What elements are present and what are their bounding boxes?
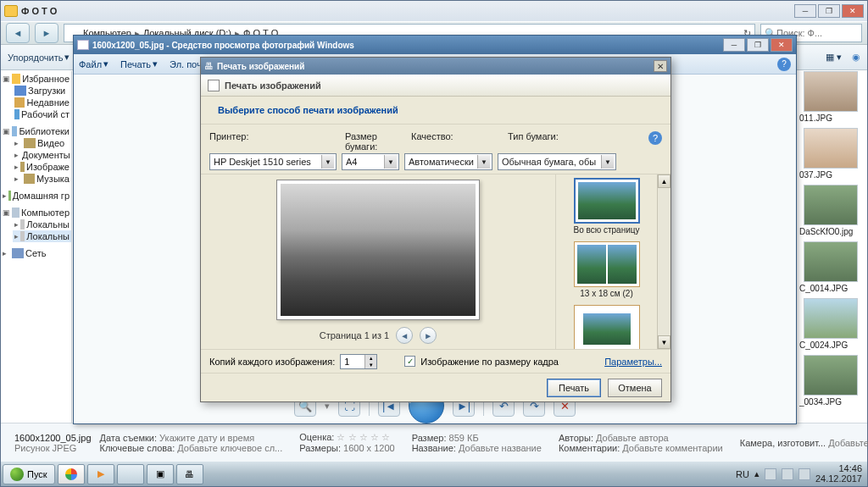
scroll-down-icon[interactable]: ▼ <box>658 335 670 349</box>
tree-item[interactable]: ▸Локальны <box>13 230 71 242</box>
forward-button[interactable]: ► <box>35 23 58 43</box>
start-button[interactable]: Пуск <box>3 464 55 484</box>
thumbnails-column: 011.JPG 037.JPG DaScKfO0.jpg C_0014.JPG … <box>799 71 862 423</box>
maximize-button[interactable]: ❐ <box>818 4 840 18</box>
tree-item[interactable]: Рабочий ст <box>13 108 71 120</box>
tree-computer[interactable]: ▣Компьютер <box>1 207 71 219</box>
tree-item[interactable]: ▸Документы <box>13 149 71 161</box>
fit-label: Изображение по размеру кадра <box>420 357 559 367</box>
tree-item[interactable]: ▸Локальны <box>13 219 71 230</box>
folder-icon <box>125 469 136 479</box>
close-button[interactable]: ✕ <box>654 60 667 72</box>
next-page-button[interactable]: ► <box>420 327 437 344</box>
help-icon[interactable]: ? <box>648 131 662 145</box>
pager: Страница 1 из 1 ◄ ► <box>320 327 437 344</box>
viewer-titlebar[interactable]: 1600x1200_05.jpg - Средство просмотра фо… <box>74 36 796 54</box>
printer-label: Принтер: <box>209 131 337 152</box>
play-icon: ▶ <box>97 468 104 479</box>
window-title: Ф О Т О <box>21 6 791 16</box>
fit-checkbox[interactable]: ✓ <box>404 356 415 367</box>
layout-option[interactable]: 20 x 25 см (1) <box>559 305 654 349</box>
tray-flag-icon[interactable] <box>765 468 776 480</box>
thumb-item[interactable]: C_0014.JPG <box>799 241 862 293</box>
organize-menu[interactable]: Упорядочить ▾ <box>8 52 70 63</box>
thumb-item[interactable]: C_0024.JPG <box>799 298 862 350</box>
thumb-item[interactable]: _0034.JPG <box>799 355 862 407</box>
tree-item[interactable]: ▸Изображе <box>13 161 71 173</box>
task-chrome[interactable] <box>58 464 85 484</box>
thumb-item[interactable]: DaScKfO0.jpg <box>799 185 862 236</box>
task-explorer[interactable] <box>117 464 144 484</box>
params-link[interactable]: Параметры... <box>604 357 662 367</box>
tree-item[interactable]: ▸Видео <box>13 137 71 149</box>
tray-clock[interactable]: 14:4624.12.2017 <box>815 464 862 484</box>
thumb-item[interactable]: 037.JPG <box>799 128 862 180</box>
spin-down-icon[interactable]: ▼ <box>364 362 376 368</box>
details-pane: 1600x1200_05.jpg Рисунок JPEG Дата съемк… <box>1 423 867 462</box>
papertype-label: Тип бумаги: <box>508 131 559 152</box>
back-button[interactable]: ◄ <box>6 23 30 43</box>
tree-homegroup[interactable]: ▸Домашняя гр <box>1 190 71 202</box>
prev-page-button[interactable]: ◄ <box>396 327 413 344</box>
layout-option[interactable]: 13 x 18 см (2) <box>559 241 654 298</box>
tree-item[interactable]: ▸Музыка <box>13 173 71 185</box>
printer-icon <box>208 80 220 91</box>
papersize-select[interactable]: A4▼ <box>342 153 399 170</box>
tree-item[interactable]: Загрузки <box>13 85 71 97</box>
close-button[interactable]: ✕ <box>842 4 864 18</box>
printer-icon: 🖶 <box>204 61 214 71</box>
system-tray: RU ▴ 14:4624.12.2017 <box>736 464 865 484</box>
image-icon <box>77 40 89 50</box>
task-app[interactable]: ▣ <box>147 464 174 484</box>
preview-page <box>276 180 480 320</box>
tray-volume-icon[interactable] <box>798 468 810 480</box>
thumb-item[interactable]: 011.JPG <box>799 71 862 123</box>
task-print[interactable]: 🖶 <box>176 464 203 484</box>
tray-lang[interactable]: RU <box>736 469 749 479</box>
viewer-title: 1600x1200_05.jpg - Средство просмотра фо… <box>92 41 720 50</box>
scroll-up-icon[interactable]: ▲ <box>658 174 670 188</box>
print-footer-options: Копий каждого изображения: 1▲▼ ✓ Изображ… <box>201 349 670 373</box>
help-icon[interactable]: ◉ <box>852 52 860 63</box>
copies-spinner[interactable]: 1▲▼ <box>340 354 377 369</box>
chevron-down-icon: ▼ <box>601 155 614 169</box>
spin-up-icon[interactable]: ▲ <box>364 355 376 362</box>
printer-icon: 🖶 <box>185 469 194 479</box>
print-subtitle: Выберите способ печати изображений <box>201 97 670 125</box>
printer-select[interactable]: HP Deskjet 1510 series▼ <box>209 153 337 170</box>
layout-option[interactable]: Во всю страницу <box>559 178 654 235</box>
tree-item[interactable]: Недавние <box>13 97 71 108</box>
view-button[interactable]: ▦ ▾ <box>826 52 842 63</box>
print-options: Принтер: Размер бумаги: Качество: Тип бу… <box>201 125 670 174</box>
task-mediaplayer[interactable]: ▶ <box>87 464 114 484</box>
pager-label: Страница 1 из 1 <box>320 330 389 340</box>
cancel-button[interactable]: Отмена <box>608 379 662 397</box>
menu-file[interactable]: Файл ▾ <box>79 58 108 69</box>
papersize-label: Размер бумаги: <box>345 131 403 152</box>
papertype-select[interactable]: Обычная бумага, обы▼ <box>498 153 616 170</box>
explorer-titlebar[interactable]: Ф О Т О ─ ❐ ✕ <box>1 1 867 21</box>
tray-expand-icon[interactable]: ▴ <box>754 468 760 479</box>
print-titlebar[interactable]: 🖶 Печать изображений ✕ <box>201 58 670 75</box>
minimize-button[interactable]: ─ <box>723 38 745 52</box>
chevron-down-icon: ▼ <box>477 155 490 169</box>
layout-list: Во всю страницу 13 x 18 см (2) 20 x 25 с… <box>555 174 657 349</box>
tree-network[interactable]: ▸Сеть <box>1 247 71 259</box>
nav-tree: ▣Избранное Загрузки Недавние Рабочий ст … <box>1 71 72 423</box>
maximize-button[interactable]: ❐ <box>747 38 769 52</box>
print-preview: Страница 1 из 1 ◄ ► <box>201 174 555 349</box>
tree-favorites[interactable]: ▣Избранное <box>1 73 71 85</box>
tree-libraries[interactable]: ▣Библиотеки <box>1 125 71 137</box>
quality-select[interactable]: Автоматически▼ <box>404 153 492 170</box>
menu-print[interactable]: Печать ▾ <box>120 58 158 69</box>
minimize-button[interactable]: ─ <box>794 4 816 18</box>
layout-scrollbar[interactable]: ▲▼ <box>657 174 670 349</box>
help-icon[interactable]: ? <box>777 58 791 71</box>
tray-network-icon[interactable] <box>782 468 793 480</box>
close-button[interactable]: ✕ <box>771 38 793 52</box>
details-filename: 1600x1200_05.jpg Рисунок JPEG <box>14 425 92 460</box>
app-icon: ▣ <box>156 468 164 479</box>
start-orb-icon <box>10 468 24 481</box>
print-button[interactable]: Печать <box>547 379 601 397</box>
folder-icon <box>4 5 18 17</box>
